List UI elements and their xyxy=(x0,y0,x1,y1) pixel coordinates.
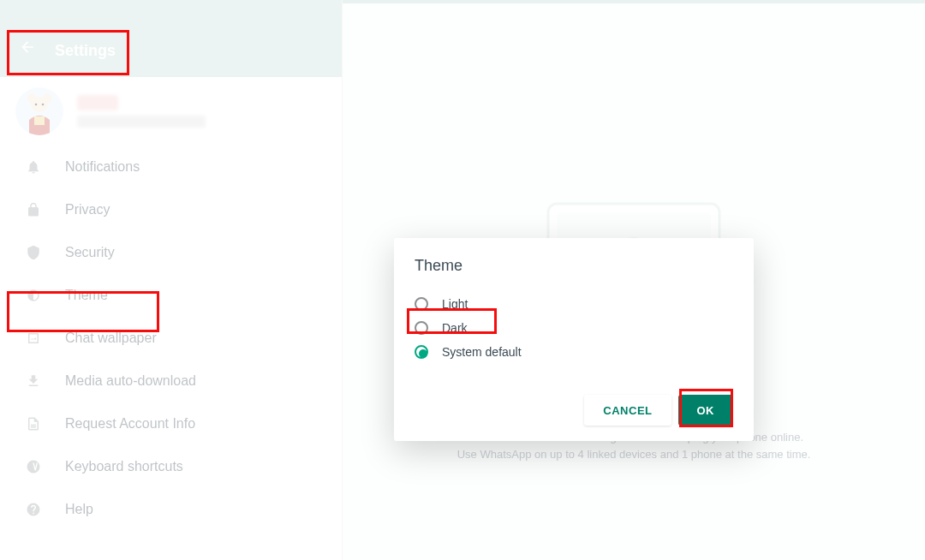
theme-option-light[interactable]: Light xyxy=(415,292,733,316)
cancel-button[interactable]: CANCEL xyxy=(584,395,671,426)
theme-option-dark[interactable]: Dark xyxy=(415,316,733,340)
theme-dialog: Theme Light Dark System default CANCEL O… xyxy=(394,238,754,441)
dialog-buttons: CANCEL OK xyxy=(415,395,733,426)
radio-label: Dark xyxy=(442,321,468,335)
ok-button[interactable]: OK xyxy=(678,395,734,426)
radio-icon xyxy=(415,321,428,335)
theme-option-system-default[interactable]: System default xyxy=(415,340,733,364)
radio-label: System default xyxy=(442,345,522,359)
dialog-title: Theme xyxy=(415,257,733,275)
theme-radio-group: Light Dark System default xyxy=(415,292,733,364)
radio-icon xyxy=(415,345,428,359)
radio-icon xyxy=(415,297,428,311)
radio-label: Light xyxy=(442,297,468,311)
